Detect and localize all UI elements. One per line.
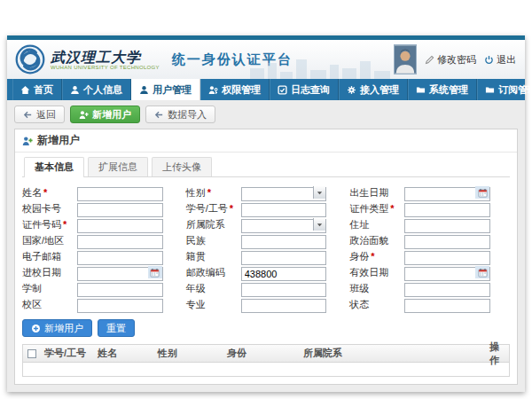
back-arrow-icon [23, 110, 33, 120]
email-field [77, 249, 163, 263]
field-label: 政治面貌 [349, 234, 404, 247]
panel-title: 新增用户 [37, 133, 80, 148]
nav-tab-access-management[interactable]: 接入管理 [339, 79, 408, 100]
required-asterisk: * [230, 203, 233, 214]
required-asterisk: * [371, 251, 374, 262]
tab-basic-info[interactable]: 基本信息 [24, 157, 84, 177]
form-field-country-region: 国家/地区 [22, 233, 163, 247]
schooling-length-field [77, 281, 163, 295]
student-id-input[interactable] [241, 203, 327, 217]
identity-input[interactable] [404, 251, 490, 265]
nav-tab-label: 订阅管理 [498, 83, 532, 97]
id-number-field [77, 217, 163, 231]
form-field-address: 住址 [349, 217, 490, 231]
back-button[interactable]: 返回 [14, 106, 65, 123]
nav-tab-subscription-management[interactable]: 订阅管理 [477, 79, 532, 100]
add-user-toolbar-label: 新增用户 [92, 108, 131, 121]
toolbar: 返回 新增用户 数据导入 [14, 106, 518, 123]
data-import-label: 数据导入 [168, 108, 207, 121]
nav-tab-label: 用户管理 [153, 83, 192, 97]
platform-title: 统一身份认证平台 [172, 51, 293, 68]
field-label: 电子邮箱 [22, 250, 77, 263]
user-key-icon [208, 85, 218, 95]
field-label: 邮政编码 [186, 266, 241, 279]
country-region-input[interactable] [77, 235, 163, 249]
id-type-input[interactable] [404, 203, 490, 217]
logout-link[interactable]: 退出 [484, 53, 516, 66]
users-table-header: 学号/工号姓名性别身份所属院系操作 [23, 345, 509, 363]
field-label: 籍贯 [186, 250, 241, 263]
postal-code-input[interactable] [241, 267, 327, 281]
nav-tab-label: 首页 [34, 83, 53, 97]
grade-input[interactable] [241, 283, 327, 297]
class-field [404, 281, 490, 295]
nav-tab-label: 权限管理 [222, 83, 261, 97]
native-place-field [241, 249, 327, 263]
change-password-link[interactable]: 修改密码 [425, 53, 476, 66]
tab-extended-info[interactable]: 扩展信息 [88, 157, 148, 176]
tab-upload-avatar[interactable]: 上传头像 [152, 157, 212, 176]
native-place-input[interactable] [241, 251, 327, 265]
date-picker-button[interactable] [475, 266, 489, 278]
header: 武汉理工大学 WUHAN UNIVERSITY OF TECHNOLOGY 统一… [7, 40, 525, 79]
field-label: 进校日期 [22, 266, 77, 279]
home-icon [20, 85, 30, 95]
form-field-student-id: 学号/工号* [186, 201, 327, 215]
dropdown-button[interactable] [313, 218, 325, 231]
campus-card-no-input[interactable] [77, 203, 163, 217]
id-number-input[interactable] [77, 219, 163, 233]
required-asterisk: * [43, 187, 47, 198]
back-button-label: 返回 [36, 108, 56, 121]
gear-icon [347, 85, 356, 95]
address-field [404, 217, 490, 231]
nav-tab-system-management[interactable]: 系统管理 [408, 79, 477, 100]
folder-icon [416, 85, 426, 95]
field-label: 校区 [22, 298, 77, 311]
nav-tab-home[interactable]: 首页 [12, 79, 62, 100]
header-right: 修改密码 退出 [394, 44, 525, 74]
field-label: 年级 [186, 282, 241, 295]
submit-add-user-button[interactable]: 新增用户 [22, 319, 92, 337]
required-asterisk: * [390, 203, 394, 214]
log-check-icon [278, 85, 287, 95]
field-label: 证件类型* [349, 202, 404, 215]
class-input[interactable] [404, 283, 490, 297]
nav-tab-label: 个人信息 [83, 83, 122, 97]
name-input[interactable] [77, 187, 163, 201]
field-label: 姓名* [22, 186, 77, 200]
grade-field [241, 281, 327, 295]
nav-tab-permission-management[interactable]: 权限管理 [200, 79, 270, 100]
reset-button[interactable]: 重置 [98, 319, 135, 337]
nav-tab-user-management[interactable]: 用户管理 [131, 79, 200, 100]
major-input[interactable] [241, 299, 327, 313]
user-avatar [394, 44, 417, 74]
date-picker-button[interactable] [148, 266, 162, 278]
gender-field [241, 185, 327, 200]
form-tabs: 基本信息扩展信息上传头像 [22, 157, 510, 177]
ethnicity-input[interactable] [241, 235, 327, 249]
nav-tab-personal-info[interactable]: 个人信息 [62, 79, 131, 100]
dropdown-button[interactable] [313, 186, 325, 199]
nav-tab-log-query[interactable]: 日志查询 [270, 79, 339, 100]
required-asterisk: * [63, 219, 66, 230]
status-field [404, 297, 490, 311]
political-status-input[interactable] [404, 235, 490, 249]
select-all-checkbox[interactable] [27, 349, 36, 358]
valid-date-field [404, 265, 490, 279]
form-field-birth-date: 出生日期 [349, 185, 490, 200]
campus-input[interactable] [77, 299, 163, 313]
date-picker-button[interactable] [475, 186, 489, 199]
identity-field [404, 249, 490, 263]
email-input[interactable] [77, 251, 163, 265]
data-import-button[interactable]: 数据导入 [145, 106, 215, 123]
field-label: 班级 [349, 282, 404, 295]
user-icon [70, 85, 80, 95]
status-input[interactable] [404, 299, 490, 313]
field-label: 身份* [349, 250, 404, 263]
add-user-toolbar-button[interactable]: 新增用户 [70, 106, 140, 123]
address-input[interactable] [404, 219, 490, 233]
power-icon [484, 55, 494, 65]
column-header-gender: 性别 [154, 347, 223, 360]
schooling-length-input[interactable] [77, 283, 163, 297]
form-field-schooling-length: 学制 [22, 281, 163, 295]
